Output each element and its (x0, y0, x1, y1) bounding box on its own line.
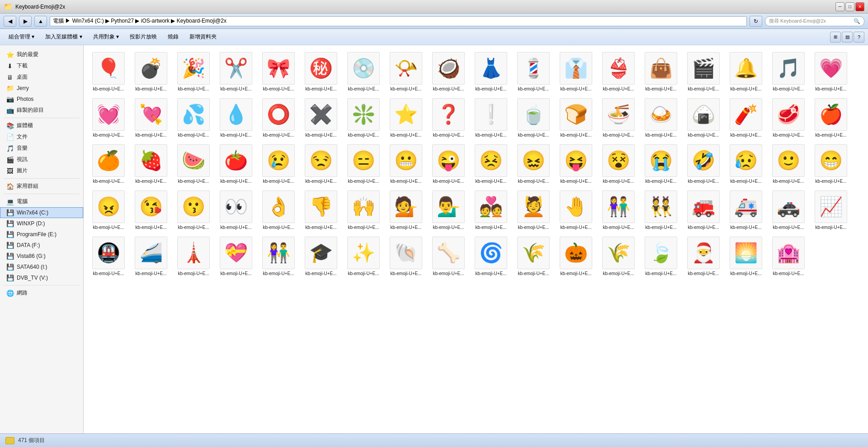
list-item[interactable]: 👫 kb-emoji-U+E... (598, 188, 639, 233)
list-item[interactable]: 😖 kb-emoji-U+E... (513, 142, 554, 186)
list-item[interactable]: 👎 kb-emoji-U+E... (301, 188, 341, 233)
list-item[interactable]: 🍉 kb-emoji-U+E... (173, 142, 214, 186)
list-item[interactable]: 💣 kb-emoji-U+E... (131, 50, 171, 94)
list-item[interactable]: 👔 kb-emoji-U+E... (556, 50, 596, 94)
toolbar-new-folder[interactable]: 新增資料夾 (184, 31, 222, 43)
sidebar-item-v-drive[interactable]: 💾 DVB_TV (V:) (0, 272, 83, 283)
list-item[interactable]: 🍊 kb-emoji-U+E... (88, 142, 129, 186)
list-item[interactable]: 🔔 kb-emoji-U+E... (726, 50, 766, 94)
list-item[interactable]: 😠 kb-emoji-U+E... (88, 188, 129, 233)
list-item[interactable]: 👜 kb-emoji-U+E... (641, 50, 681, 94)
address-path[interactable]: 電腦 ▶ Win7x64 (C:) ▶ Python27 ▶ iOS-artwo… (50, 16, 747, 26)
list-item[interactable]: 👌 kb-emoji-U+E... (258, 188, 299, 233)
list-item[interactable]: 😵 kb-emoji-U+E... (598, 142, 639, 186)
sidebar-item-e-drive[interactable]: 💾 ProgramFile (E:) (0, 229, 83, 240)
list-item[interactable]: 🎵 kb-emoji-U+E... (768, 50, 809, 94)
list-item[interactable]: 😭 kb-emoji-U+E... (641, 142, 681, 186)
list-item[interactable]: 😥 kb-emoji-U+E... (726, 142, 766, 186)
list-item[interactable]: 🙂 kb-emoji-U+E... (768, 142, 809, 186)
list-item[interactable]: ⭐ kb-emoji-U+E... (386, 96, 426, 140)
list-item[interactable]: 🎓 kb-emoji-U+E... (301, 234, 341, 279)
toolbar-add-library[interactable]: 加入至媒體櫃 ▾ (40, 31, 87, 43)
list-item[interactable]: 😣 kb-emoji-U+E... (471, 142, 511, 186)
list-item[interactable]: 🗼 kb-emoji-U+E... (173, 234, 214, 279)
list-item[interactable]: 🍎 kb-emoji-U+E... (811, 96, 851, 140)
list-item[interactable]: 🚑 kb-emoji-U+E... (726, 188, 766, 233)
toolbar-burn[interactable]: 燒錄 (163, 31, 184, 43)
list-item[interactable]: 🎅 kb-emoji-U+E... (683, 234, 724, 279)
list-item[interactable]: 💁‍♂️ kb-emoji-U+E... (428, 188, 469, 233)
list-item[interactable]: 🎬 kb-emoji-U+E... (683, 50, 724, 94)
list-item[interactable]: 🥩 kb-emoji-U+E... (768, 96, 809, 140)
list-item[interactable]: ❓ kb-emoji-U+E... (428, 96, 469, 140)
list-item[interactable]: ⭕ kb-emoji-U+E... (258, 96, 299, 140)
list-item[interactable]: 🚓 kb-emoji-U+E... (768, 188, 809, 233)
list-item[interactable]: ❕ kb-emoji-U+E... (471, 96, 511, 140)
list-item[interactable]: 🍅 kb-emoji-U+E... (216, 142, 256, 186)
list-item[interactable]: 🍛 kb-emoji-U+E... (641, 96, 681, 140)
list-item[interactable]: 👀 kb-emoji-U+E... (216, 188, 256, 233)
list-item[interactable]: 🎀 kb-emoji-U+E... (258, 50, 299, 94)
list-item[interactable]: 🚇 kb-emoji-U+E... (88, 234, 129, 279)
list-item[interactable]: 💘 kb-emoji-U+E... (131, 96, 171, 140)
list-item[interactable]: 😘 kb-emoji-U+E... (131, 188, 171, 233)
list-item[interactable]: 👫 kb-emoji-U+E... (258, 234, 299, 279)
list-item[interactable]: ㊙️ kb-emoji-U+E... (301, 50, 341, 94)
sidebar-item-documents[interactable]: 📄 文件 (0, 131, 83, 143)
sidebar-item-photos[interactable]: 📷 Photos (0, 94, 83, 105)
view-options-button[interactable]: ⊞ (830, 32, 841, 43)
list-item[interactable]: ✨ kb-emoji-U+E... (343, 234, 384, 279)
list-item[interactable]: 🍵 kb-emoji-U+E... (513, 96, 554, 140)
list-item[interactable]: 🏩 kb-emoji-U+E... (768, 234, 809, 279)
sidebar-section-network[interactable]: 🌐 網路 (0, 287, 83, 299)
list-item[interactable]: 🎈 kb-emoji-U+E... (88, 50, 129, 94)
toolbar-organize[interactable]: 組合管理 ▾ (4, 31, 39, 43)
list-item[interactable]: 😑 kb-emoji-U+E... (343, 142, 384, 186)
list-item[interactable]: 😢 kb-emoji-U+E... (258, 142, 299, 186)
help-button[interactable]: ? (854, 32, 864, 43)
minimize-button[interactable]: ─ (835, 2, 844, 11)
list-item[interactable]: 👯 kb-emoji-U+E... (641, 188, 681, 233)
list-item[interactable]: 💦 kb-emoji-U+E... (173, 96, 214, 140)
sidebar-item-desktop[interactable]: 🖥 桌面 (0, 71, 83, 83)
sidebar-item-i-drive[interactable]: 💾 SATA640 (I:) (0, 262, 83, 272)
list-item[interactable]: 😜 kb-emoji-U+E... (428, 142, 469, 186)
list-item[interactable]: 🎉 kb-emoji-U+E... (173, 50, 214, 94)
list-item[interactable]: 📯 kb-emoji-U+E... (386, 50, 426, 94)
list-item[interactable]: 🌾 kb-emoji-U+E... (513, 234, 554, 279)
list-item[interactable]: 💆 kb-emoji-U+E... (513, 188, 554, 233)
list-item[interactable]: 😬 kb-emoji-U+E... (386, 142, 426, 186)
sidebar-item-c-drive[interactable]: 💾 Win7x64 (C:) (0, 207, 83, 218)
sidebar-item-g-drive[interactable]: 💾 Vista86 (G:) (0, 251, 83, 262)
list-item[interactable]: 💁 kb-emoji-U+E... (386, 188, 426, 233)
content-area[interactable]: 🎈 kb-emoji-U+E... 💣 kb-emoji-U+E... 🎉 kb… (84, 45, 868, 433)
maximize-button[interactable]: □ (845, 2, 854, 11)
list-item[interactable]: 🚄 kb-emoji-U+E... (131, 234, 171, 279)
list-item[interactable]: 🌾 kb-emoji-U+E... (598, 234, 639, 279)
list-item[interactable]: ✖️ kb-emoji-U+E... (301, 96, 341, 140)
sidebar-item-jerry[interactable]: 📁 Jerry (0, 83, 83, 94)
list-item[interactable]: 🍜 kb-emoji-U+E... (598, 96, 639, 140)
list-item[interactable]: 💝 kb-emoji-U+E... (216, 234, 256, 279)
list-item[interactable]: 🌀 kb-emoji-U+E... (471, 234, 511, 279)
list-item[interactable]: 😁 kb-emoji-U+E... (811, 142, 851, 186)
forward-button[interactable]: ▶ (19, 16, 32, 27)
list-item[interactable]: 🍃 kb-emoji-U+E... (641, 234, 681, 279)
list-item[interactable]: 🌅 kb-emoji-U+E... (726, 234, 766, 279)
close-button[interactable]: ✕ (855, 2, 864, 11)
list-item[interactable]: 🎃 kb-emoji-U+E... (556, 234, 596, 279)
search-box[interactable]: 搜尋 Keyboard-Emoji@2x 🔍 (765, 16, 864, 26)
list-item[interactable]: 📈 kb-emoji-U+E... (811, 188, 851, 233)
sidebar-item-music[interactable]: 🎵 音樂 (0, 143, 83, 154)
list-item[interactable]: 🦴 kb-emoji-U+E... (428, 234, 469, 279)
refresh-button[interactable]: ↻ (750, 16, 762, 27)
toolbar-slideshow[interactable]: 投影片放映 (125, 31, 162, 43)
sidebar-item-d-drive[interactable]: 💾 WINXP (D:) (0, 218, 83, 229)
list-item[interactable]: 👗 kb-emoji-U+E... (471, 50, 511, 94)
list-item[interactable]: 🍓 kb-emoji-U+E... (131, 142, 171, 186)
sidebar-item-images[interactable]: 🖼 圖片 (0, 165, 83, 176)
sidebar-item-video[interactable]: 🎬 視訊 (0, 154, 83, 165)
list-item[interactable]: 💧 kb-emoji-U+E... (216, 96, 256, 140)
back-button[interactable]: ◀ (4, 16, 16, 27)
list-item[interactable]: 🍙 kb-emoji-U+E... (683, 96, 724, 140)
